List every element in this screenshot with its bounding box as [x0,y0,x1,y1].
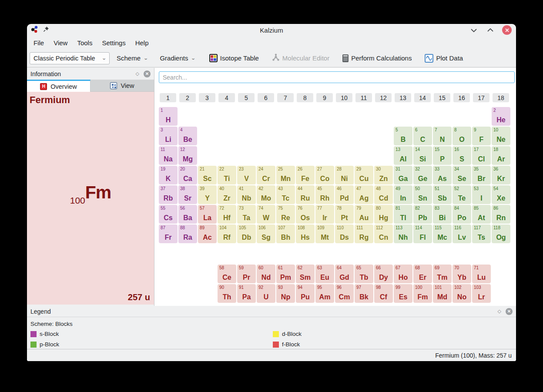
element-Nh[interactable]: 113Nh [394,224,412,243]
element-Zr[interactable]: 40Zr [218,185,236,204]
element-Sb[interactable]: 51Sb [433,185,452,204]
element-Al[interactable]: 13Al [394,146,412,165]
element-Db[interactable]: 105Db [237,224,256,243]
menu-view[interactable]: View [49,37,72,49]
element-Lu[interactable]: 71Lu [472,265,491,283]
element-Lv[interactable]: 116Lv [452,224,471,243]
element-Tl[interactable]: 81Tl [394,205,412,224]
element-Fl[interactable]: 114Fl [413,224,432,243]
element-W[interactable]: 74W [257,205,275,224]
element-Bi[interactable]: 83Bi [433,205,452,224]
element-Rn[interactable]: 86Rn [492,205,510,224]
element-Cs[interactable]: 55Cs [159,205,178,224]
element-Ac[interactable]: 89Ac [198,224,217,243]
element-Br[interactable]: 35Br [472,166,491,184]
element-Hg[interactable]: 80Hg [374,205,393,224]
element-Re[interactable]: 75Re [276,205,295,224]
element-Mg[interactable]: 12Mg [178,146,197,165]
element-Cf[interactable]: 98Cf [374,284,393,303]
element-Se[interactable]: 34Se [452,166,471,184]
element-Pd[interactable]: 46Pd [335,185,354,204]
element-Kr[interactable]: 36Kr [492,166,510,184]
element-H[interactable]: 1H [159,107,178,126]
element-Ne[interactable]: 10Ne [492,127,510,145]
element-B[interactable]: 5B [394,127,412,145]
element-Cn[interactable]: 112Cn [374,224,393,243]
element-Pt[interactable]: 78Pt [335,205,354,224]
element-Sn[interactable]: 50Sn [413,185,432,204]
tab-view[interactable]: View [90,80,154,92]
float-dock-icon[interactable]: ◇ [498,308,501,314]
element-Ca[interactable]: 20Ca [178,166,197,184]
element-Ge[interactable]: 32Ge [413,166,432,184]
element-Po[interactable]: 84Po [452,205,471,224]
element-Tc[interactable]: 43Tc [276,185,295,204]
element-V[interactable]: 23V [237,166,256,184]
element-O[interactable]: 8O [452,127,471,145]
element-Np[interactable]: 93Np [276,284,295,303]
molecular-editor-button[interactable]: Molecular Editor [268,51,333,65]
element-U[interactable]: 92U [257,284,275,303]
element-Cr[interactable]: 24Cr [257,166,275,184]
float-dock-icon[interactable]: ◇ [136,71,139,77]
element-Mo[interactable]: 42Mo [257,185,275,204]
element-Os[interactable]: 76Os [296,205,315,224]
element-Fm[interactable]: 100Fm [413,284,432,303]
element-Ni[interactable]: 28Ni [335,166,354,184]
element-Y[interactable]: 39Y [198,185,217,204]
element-La[interactable]: 57La [198,205,217,224]
element-Eu[interactable]: 63Eu [315,265,334,283]
element-Sg[interactable]: 106Sg [257,224,275,243]
element-Ba[interactable]: 56Ba [178,205,197,224]
element-Ir[interactable]: 77Ir [315,205,334,224]
element-Ho[interactable]: 67Ho [394,265,412,283]
element-Bh[interactable]: 107Bh [276,224,295,243]
isotope-table-button[interactable]: Isotope Table [206,52,262,64]
element-Mc[interactable]: 115Mc [433,224,452,243]
element-Pr[interactable]: 59Pr [237,265,256,283]
element-N[interactable]: 7N [433,127,452,145]
element-Be[interactable]: 4Be [178,127,197,145]
element-Cm[interactable]: 96Cm [335,284,354,303]
element-Fe[interactable]: 26Fe [296,166,315,184]
element-In[interactable]: 49In [394,185,412,204]
maximize-button[interactable] [486,25,495,35]
element-Sr[interactable]: 38Sr [178,185,197,204]
element-Ra[interactable]: 88Ra [178,224,197,243]
element-Au[interactable]: 79Au [355,205,373,224]
element-S[interactable]: 16S [452,146,471,165]
search-input[interactable] [159,71,515,83]
element-Rh[interactable]: 45Rh [315,185,334,204]
element-Pu[interactable]: 94Pu [296,284,315,303]
element-Er[interactable]: 68Er [413,265,432,283]
element-Bk[interactable]: 97Bk [355,284,373,303]
element-Pa[interactable]: 91Pa [237,284,256,303]
element-F[interactable]: 9F [472,127,491,145]
element-Lr[interactable]: 103Lr [472,284,491,303]
element-Ds[interactable]: 110Ds [335,224,354,243]
element-Ar[interactable]: 18Ar [492,146,510,165]
element-At[interactable]: 85At [472,205,491,224]
element-Ga[interactable]: 31Ga [394,166,412,184]
minimize-button[interactable] [469,25,479,35]
element-Hf[interactable]: 72Hf [218,205,236,224]
element-Te[interactable]: 52Te [452,185,471,204]
element-Am[interactable]: 95Am [315,284,334,303]
element-Xe[interactable]: 54Xe [492,185,510,204]
element-P[interactable]: 15P [433,146,452,165]
menu-tools[interactable]: Tools [72,37,97,49]
table-type-combobox[interactable]: Classic Periodic Table ⌄ [30,52,110,64]
element-Zn[interactable]: 30Zn [374,166,393,184]
element-Mt[interactable]: 109Mt [315,224,334,243]
element-Ti[interactable]: 22Ti [218,166,236,184]
element-Th[interactable]: 90Th [218,284,236,303]
element-Gd[interactable]: 64Gd [335,265,354,283]
gradients-button[interactable]: Gradients ⌄ [156,52,198,64]
element-Hs[interactable]: 108Hs [296,224,315,243]
element-Cu[interactable]: 29Cu [355,166,373,184]
element-Mn[interactable]: 25Mn [276,166,295,184]
element-Dy[interactable]: 66Dy [374,265,393,283]
perform-calculations-button[interactable]: Perform Calculations [339,52,415,64]
element-Nb[interactable]: 41Nb [237,185,256,204]
element-Fr[interactable]: 87Fr [159,224,178,243]
